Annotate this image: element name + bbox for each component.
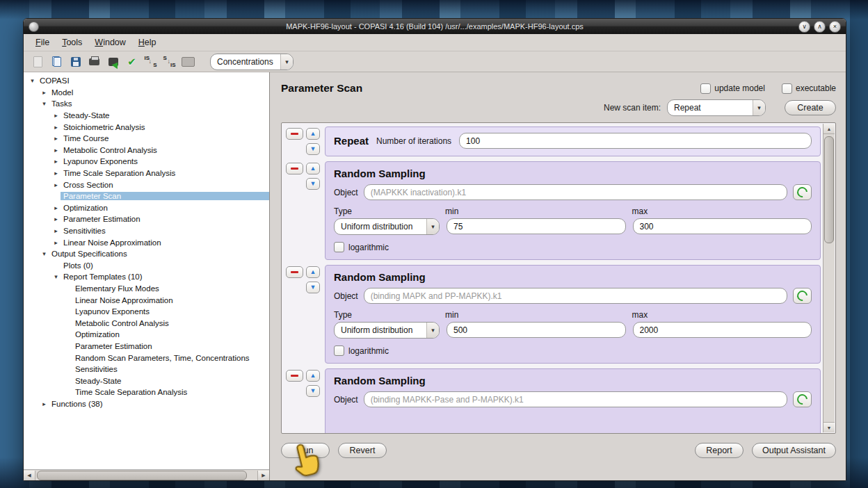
menu-window[interactable]: Window <box>88 36 131 49</box>
expand-arrow-icon[interactable]: ▸ <box>51 204 61 211</box>
tree-item-time-scale-separation-analysis[interactable]: ▸Time Scale Separation Analysis <box>24 168 269 179</box>
expand-arrow-icon[interactable]: ▸ <box>51 181 61 188</box>
tree-item-copasi[interactable]: ▾COPASI <box>24 75 269 87</box>
collapse-arrow-icon[interactable]: ▾ <box>51 273 61 280</box>
move-up-button[interactable]: ▲ <box>306 266 320 278</box>
tree-item-tasks[interactable]: ▾Tasks <box>24 98 269 110</box>
expand-arrow-icon[interactable]: ▸ <box>51 170 61 177</box>
capture-button[interactable] <box>180 54 196 70</box>
expand-arrow-icon[interactable]: ▸ <box>51 124 61 131</box>
max-input[interactable] <box>633 218 812 234</box>
tree-item-steady-state[interactable]: Steady-State <box>24 375 269 387</box>
tree-item-optimization[interactable]: Optimization <box>24 329 269 341</box>
expand-arrow-icon[interactable]: ▸ <box>51 239 61 246</box>
remove-item-button[interactable] <box>286 370 303 382</box>
tree-item-parameter-scan[interactable]: Parameter Scan <box>24 190 269 202</box>
tree-item-report-templates-10[interactable]: ▾Report Templates (10) <box>24 271 269 283</box>
menu-file[interactable]: File <box>29 36 56 49</box>
select-object-button[interactable] <box>793 184 812 200</box>
expand-arrow-icon[interactable]: ▸ <box>40 400 49 407</box>
scroll-left-icon[interactable]: ◀ <box>24 471 35 480</box>
save-button[interactable] <box>67 54 83 70</box>
remove-item-button[interactable] <box>286 128 303 140</box>
expand-arrow-icon[interactable]: ▸ <box>51 147 61 154</box>
tree-item-time-scale-separation-analysis[interactable]: Time Scale Separation Analysis <box>24 387 269 398</box>
tree-item-metabolic-control-analysis[interactable]: ▸Metabolic Control Analysis <box>24 145 269 156</box>
collapse-arrow-icon[interactable]: ▾ <box>28 77 37 84</box>
tree-item-stoichiometric-analysis[interactable]: ▸Stoichiometric Analysis <box>24 121 269 133</box>
tree-item-steady-state[interactable]: ▸Steady-State <box>24 110 269 122</box>
scroll-right-icon[interactable]: ▶ <box>257 471 269 480</box>
collapse-arrow-icon[interactable]: ▾ <box>40 250 49 257</box>
open-file-button[interactable] <box>49 54 65 70</box>
select-object-button[interactable] <box>793 288 812 304</box>
new-file-button[interactable] <box>30 54 46 70</box>
expand-arrow-icon[interactable]: ▸ <box>51 112 61 119</box>
tree-item-time-course[interactable]: ▸Time Course <box>24 133 269 145</box>
scrollbar-thumb[interactable] <box>824 136 834 243</box>
scroll-down-icon[interactable]: ▼ <box>823 422 835 432</box>
object-input[interactable] <box>364 184 787 200</box>
tree-item-cross-section[interactable]: ▸Cross Section <box>24 179 269 190</box>
scrollbar-thumb[interactable] <box>37 471 247 480</box>
minimize-button[interactable]: ∨ <box>798 21 810 33</box>
tree-item-linear-noise-approximation[interactable]: Linear Noise Approximation <box>24 294 269 306</box>
tree-item-elementary-flux-modes[interactable]: Elementary Flux Modes <box>24 283 269 295</box>
min-input[interactable] <box>447 322 626 338</box>
select-object-button[interactable] <box>793 391 812 407</box>
apply-button[interactable]: ✔ <box>124 54 140 70</box>
move-down-button[interactable]: ▼ <box>306 385 320 397</box>
intensive-to-specific-button[interactable]: IS↓S <box>143 54 159 70</box>
output-assistant-button[interactable]: Output Assistant <box>752 443 836 458</box>
remove-item-button[interactable] <box>286 163 303 174</box>
update-model-checkbox[interactable] <box>700 83 711 94</box>
tree-horizontal-scrollbar[interactable]: ◀ ▶ <box>24 469 269 480</box>
remove-item-button[interactable] <box>286 266 303 278</box>
tree-item-parameter-estimation[interactable]: ▸Parameter Estimation <box>24 213 269 225</box>
tree-item-output-specifications[interactable]: ▾Output Specifications <box>24 248 269 260</box>
tree-item-sensitivities[interactable]: ▸Sensitivities <box>24 225 269 237</box>
tree-item-optimization[interactable]: ▸Optimization <box>24 202 269 214</box>
scan-vertical-scrollbar[interactable]: ▲ ▼ <box>823 124 835 432</box>
expand-arrow-icon[interactable]: ▸ <box>51 135 61 142</box>
tree-item-model[interactable]: ▸Model <box>24 87 269 99</box>
maximize-button[interactable]: ∧ <box>814 21 826 33</box>
window-titlebar[interactable]: MAPK-HF96-layout - COPASI 4.16 (Build 10… <box>24 19 846 34</box>
move-down-button[interactable]: ▼ <box>306 282 320 293</box>
report-button[interactable]: Report <box>695 443 744 458</box>
update-button[interactable] <box>105 54 121 70</box>
scroll-up-icon[interactable]: ▲ <box>823 124 835 134</box>
tree-item-sensitivities[interactable]: Sensitivities <box>24 364 269 375</box>
logarithmic-checkbox[interactable] <box>334 242 344 252</box>
tree-item-plots-0[interactable]: Plots (0) <box>24 260 269 272</box>
min-input[interactable] <box>447 218 626 234</box>
view-mode-dropdown[interactable]: Concentrations ▾ <box>210 54 294 70</box>
new-scan-item-dropdown[interactable]: Repeat ▾ <box>667 99 766 116</box>
move-up-button[interactable]: ▲ <box>306 128 320 140</box>
tree-item-metabolic-control-analysis[interactable]: Metabolic Control Analysis <box>24 317 269 329</box>
tree-item-lyapunov-exponents[interactable]: ▸Lyapunov Exponents <box>24 156 269 168</box>
collapse-arrow-icon[interactable]: ▾ <box>40 100 49 107</box>
tree-item-parameter-estimation[interactable]: Parameter Estimation <box>24 341 269 352</box>
move-up-button[interactable]: ▲ <box>306 163 320 174</box>
create-button[interactable]: Create <box>785 100 836 115</box>
expand-arrow-icon[interactable]: ▸ <box>51 215 61 222</box>
logarithmic-checkbox[interactable] <box>334 345 344 356</box>
distribution-dropdown[interactable]: Uniform distribution ▾ <box>334 218 440 235</box>
object-input[interactable] <box>364 391 787 407</box>
tree-item-random-scan-parameters-time-concentrations[interactable]: Random Scan Parameters, Time, Concentrat… <box>24 352 269 364</box>
tree-item-functions-38[interactable]: ▸Functions (38) <box>24 398 269 410</box>
move-up-button[interactable]: ▲ <box>306 370 320 382</box>
tree-item-lyapunov-exponents[interactable]: Lyapunov Exponents <box>24 306 269 318</box>
object-input[interactable] <box>364 288 787 304</box>
distribution-dropdown[interactable]: Uniform distribution ▾ <box>334 322 440 339</box>
max-input[interactable] <box>633 322 812 338</box>
iterations-input[interactable] <box>459 133 812 149</box>
move-down-button[interactable]: ▼ <box>306 178 320 190</box>
print-button[interactable] <box>86 54 102 70</box>
menu-tools[interactable]: Tools <box>56 36 88 49</box>
move-down-button[interactable]: ▼ <box>306 143 320 155</box>
expand-arrow-icon[interactable]: ▸ <box>51 158 61 165</box>
executable-checkbox[interactable] <box>782 83 792 94</box>
close-button[interactable]: × <box>829 21 841 33</box>
